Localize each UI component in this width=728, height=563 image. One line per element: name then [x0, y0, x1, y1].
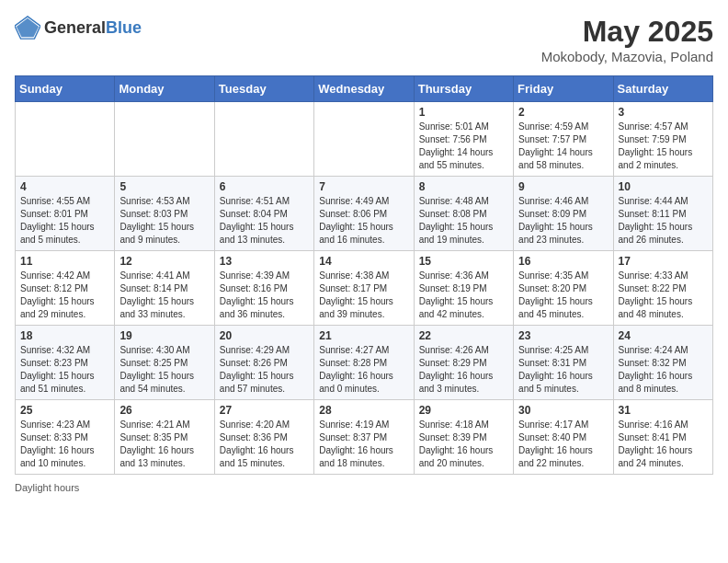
calendar-week-row: 18Sunrise: 4:32 AMSunset: 8:23 PMDayligh… [16, 326, 713, 400]
calendar-week-row: 1Sunrise: 5:01 AMSunset: 7:56 PMDaylight… [16, 102, 713, 177]
day-info: Sunrise: 4:51 AMSunset: 8:04 PMDaylight:… [220, 195, 309, 247]
calendar-cell: 19Sunrise: 4:30 AMSunset: 8:25 PMDayligh… [115, 326, 214, 400]
day-info: Sunrise: 4:59 AMSunset: 7:57 PMDaylight:… [518, 121, 608, 172]
day-number: 25 [20, 404, 109, 417]
calendar-week-row: 4Sunrise: 4:55 AMSunset: 8:01 PMDaylight… [16, 177, 713, 251]
calendar-cell: 11Sunrise: 4:42 AMSunset: 8:12 PMDayligh… [16, 251, 115, 326]
day-number: 7 [319, 180, 408, 193]
day-info: Sunrise: 4:26 AMSunset: 8:29 PMDaylight:… [419, 344, 508, 396]
day-info: Sunrise: 4:16 AMSunset: 8:41 PMDaylight:… [619, 419, 708, 470]
day-info: Sunrise: 4:27 AMSunset: 8:28 PMDaylight:… [319, 344, 408, 396]
calendar-cell: 13Sunrise: 4:39 AMSunset: 8:16 PMDayligh… [214, 251, 313, 326]
day-number: 26 [119, 404, 209, 417]
day-number: 27 [220, 404, 309, 417]
weekday-header-row: SundayMondayTuesdayWednesdayThursdayFrid… [16, 76, 713, 102]
day-number: 2 [518, 106, 608, 119]
calendar-cell: 1Sunrise: 5:01 AMSunset: 7:56 PMDaylight… [414, 102, 513, 177]
calendar-cell: 8Sunrise: 4:48 AMSunset: 8:08 PMDaylight… [414, 177, 513, 251]
calendar-cell: 21Sunrise: 4:27 AMSunset: 8:28 PMDayligh… [314, 326, 414, 400]
day-number: 8 [419, 180, 508, 193]
calendar-cell [115, 102, 214, 177]
logo-text: GeneralBlue [44, 18, 142, 38]
day-number: 29 [419, 404, 508, 417]
calendar-cell: 23Sunrise: 4:25 AMSunset: 8:31 PMDayligh… [514, 326, 613, 400]
logo-icon [15, 15, 40, 40]
weekday-header-sunday: Sunday [16, 76, 115, 102]
calendar-cell: 4Sunrise: 4:55 AMSunset: 8:01 PMDaylight… [16, 177, 115, 251]
day-info: Sunrise: 4:33 AMSunset: 8:22 PMDaylight:… [619, 270, 708, 321]
day-number: 5 [119, 180, 209, 193]
calendar-cell: 16Sunrise: 4:35 AMSunset: 8:20 PMDayligh… [514, 251, 613, 326]
day-info: Sunrise: 5:01 AMSunset: 7:56 PMDaylight:… [419, 121, 508, 172]
calendar-cell [214, 102, 313, 177]
calendar-cell: 22Sunrise: 4:26 AMSunset: 8:29 PMDayligh… [414, 326, 513, 400]
footer: Daylight hours [15, 482, 713, 493]
day-info: Sunrise: 4:57 AMSunset: 7:59 PMDaylight:… [619, 121, 708, 172]
weekday-header-thursday: Thursday [414, 76, 513, 102]
day-info: Sunrise: 4:44 AMSunset: 8:11 PMDaylight:… [619, 195, 708, 247]
day-number: 14 [319, 255, 408, 268]
calendar-cell: 17Sunrise: 4:33 AMSunset: 8:22 PMDayligh… [613, 251, 712, 326]
calendar-cell [16, 102, 115, 177]
day-info: Sunrise: 4:55 AMSunset: 8:01 PMDaylight:… [20, 195, 109, 247]
logo-general: General [44, 18, 106, 37]
calendar-cell: 7Sunrise: 4:49 AMSunset: 8:06 PMDaylight… [314, 177, 414, 251]
logo: GeneralBlue [15, 15, 142, 40]
calendar-cell: 24Sunrise: 4:24 AMSunset: 8:32 PMDayligh… [613, 326, 712, 400]
day-info: Sunrise: 4:30 AMSunset: 8:25 PMDaylight:… [119, 344, 209, 396]
title-block: May 2025 Mokobody, Mazovia, Poland [541, 15, 713, 64]
day-number: 20 [220, 329, 309, 342]
day-number: 21 [319, 329, 408, 342]
day-info: Sunrise: 4:32 AMSunset: 8:23 PMDaylight:… [20, 344, 109, 396]
day-number: 4 [20, 180, 109, 193]
calendar-cell: 12Sunrise: 4:41 AMSunset: 8:14 PMDayligh… [115, 251, 214, 326]
day-number: 15 [419, 255, 508, 268]
day-number: 19 [119, 329, 209, 342]
day-number: 3 [619, 106, 708, 119]
day-info: Sunrise: 4:53 AMSunset: 8:03 PMDaylight:… [119, 195, 209, 247]
calendar-cell: 29Sunrise: 4:18 AMSunset: 8:39 PMDayligh… [414, 400, 513, 475]
day-number: 1 [419, 106, 508, 119]
calendar-cell: 30Sunrise: 4:17 AMSunset: 8:40 PMDayligh… [514, 400, 613, 475]
day-number: 30 [518, 404, 608, 417]
day-info: Sunrise: 4:41 AMSunset: 8:14 PMDaylight:… [119, 270, 209, 321]
day-number: 23 [518, 329, 608, 342]
calendar-cell: 5Sunrise: 4:53 AMSunset: 8:03 PMDaylight… [115, 177, 214, 251]
calendar-cell: 3Sunrise: 4:57 AMSunset: 7:59 PMDaylight… [613, 102, 712, 177]
day-number: 31 [619, 404, 708, 417]
calendar-cell: 31Sunrise: 4:16 AMSunset: 8:41 PMDayligh… [613, 400, 712, 475]
day-info: Sunrise: 4:21 AMSunset: 8:35 PMDaylight:… [119, 419, 209, 470]
page-header: GeneralBlue May 2025 Mokobody, Mazovia, … [15, 15, 713, 64]
calendar-cell: 25Sunrise: 4:23 AMSunset: 8:33 PMDayligh… [16, 400, 115, 475]
day-info: Sunrise: 4:17 AMSunset: 8:40 PMDaylight:… [518, 419, 608, 470]
day-info: Sunrise: 4:48 AMSunset: 8:08 PMDaylight:… [419, 195, 508, 247]
day-info: Sunrise: 4:29 AMSunset: 8:26 PMDaylight:… [220, 344, 309, 396]
day-info: Sunrise: 4:42 AMSunset: 8:12 PMDaylight:… [20, 270, 109, 321]
calendar-cell: 26Sunrise: 4:21 AMSunset: 8:35 PMDayligh… [115, 400, 214, 475]
day-info: Sunrise: 4:46 AMSunset: 8:09 PMDaylight:… [518, 195, 608, 247]
day-number: 28 [319, 404, 408, 417]
day-info: Sunrise: 4:38 AMSunset: 8:17 PMDaylight:… [319, 270, 408, 321]
calendar-cell: 9Sunrise: 4:46 AMSunset: 8:09 PMDaylight… [514, 177, 613, 251]
day-info: Sunrise: 4:24 AMSunset: 8:32 PMDaylight:… [619, 344, 708, 396]
day-number: 12 [119, 255, 209, 268]
day-info: Sunrise: 4:49 AMSunset: 8:06 PMDaylight:… [319, 195, 408, 247]
day-number: 16 [518, 255, 608, 268]
calendar-cell: 10Sunrise: 4:44 AMSunset: 8:11 PMDayligh… [613, 177, 712, 251]
day-number: 17 [619, 255, 708, 268]
weekday-header-friday: Friday [514, 76, 613, 102]
weekday-header-tuesday: Tuesday [214, 76, 313, 102]
calendar-cell: 15Sunrise: 4:36 AMSunset: 8:19 PMDayligh… [414, 251, 513, 326]
day-number: 18 [20, 329, 109, 342]
day-info: Sunrise: 4:39 AMSunset: 8:16 PMDaylight:… [220, 270, 309, 321]
day-number: 6 [220, 180, 309, 193]
calendar-cell: 28Sunrise: 4:19 AMSunset: 8:37 PMDayligh… [314, 400, 414, 475]
calendar-week-row: 25Sunrise: 4:23 AMSunset: 8:33 PMDayligh… [16, 400, 713, 475]
month-title: May 2025 [541, 15, 713, 49]
day-info: Sunrise: 4:18 AMSunset: 8:39 PMDaylight:… [419, 419, 508, 470]
calendar-week-row: 11Sunrise: 4:42 AMSunset: 8:12 PMDayligh… [16, 251, 713, 326]
calendar-cell: 18Sunrise: 4:32 AMSunset: 8:23 PMDayligh… [16, 326, 115, 400]
day-info: Sunrise: 4:36 AMSunset: 8:19 PMDaylight:… [419, 270, 508, 321]
calendar-cell: 14Sunrise: 4:38 AMSunset: 8:17 PMDayligh… [314, 251, 414, 326]
calendar-table: SundayMondayTuesdayWednesdayThursdayFrid… [15, 75, 713, 475]
